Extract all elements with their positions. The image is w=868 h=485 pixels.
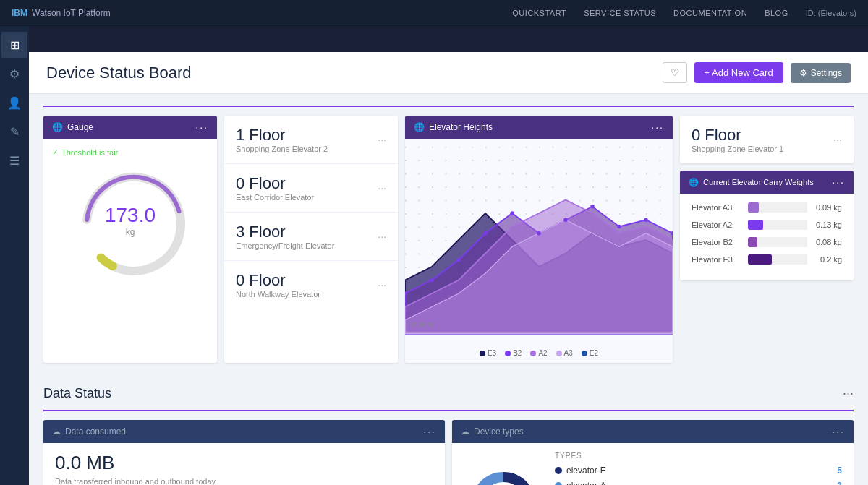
donut-chart: Total 20 devices (464, 465, 543, 486)
weight-bar-container-2 (748, 220, 807, 230)
legend-b2: B2 (505, 349, 522, 357)
chart-legend: E3 B2 A2 A3 (405, 343, 673, 363)
page-title: Device Status Board (46, 64, 192, 82)
elevator-heights-title: Elevator Heights (429, 122, 493, 132)
globe-icon-2: 🌐 (414, 122, 425, 132)
weight-label-3: Elevator B2 (692, 238, 742, 246)
data-section-divider (43, 410, 854, 411)
data-status-title: Data Status (43, 386, 111, 401)
data-grid: ☁ Data consumed ··· 0.0 MB Data transfer… (43, 420, 854, 485)
floor-item-2: 0 Floor East Corridor Elevator ··· (224, 164, 398, 213)
floor-menu-2[interactable]: ··· (378, 182, 386, 194)
weight-bar-container-1 (748, 202, 807, 213)
floor-menu-3[interactable]: ··· (378, 231, 386, 242)
floor-item-3: 3 Floor Emergency/Freight Elevator ··· (224, 213, 398, 261)
svg-point-10 (430, 278, 434, 283)
user-id: ID: (Elevators) (806, 9, 856, 17)
settings-button[interactable]: ⚙ Settings (791, 63, 851, 83)
svg-point-18 (644, 218, 648, 222)
gauge-card-menu[interactable]: ··· (195, 121, 208, 133)
nav-links: QUICKSTART SERVICE STATUS DOCUMENTATION … (512, 9, 856, 17)
weight-row-4: Elevator E3 0.2 kg (692, 254, 842, 265)
floor-subtitle-1: Shopping Zone Elevator 2 (236, 145, 328, 153)
nav-quickstart[interactable]: QUICKSTART (512, 9, 566, 17)
weight-bar-container-4 (748, 254, 807, 265)
types-list: TYPES elevator-E 5 elevator-A 3 (543, 452, 842, 485)
legend-e3: E3 (480, 349, 496, 357)
floor-title-1: 1 Floor (236, 126, 328, 145)
data-consumed-menu[interactable]: ··· (423, 426, 436, 437)
header-actions: ♡ + Add New Card ⚙ Settings (663, 62, 851, 83)
elevator-heights-menu[interactable]: ··· (651, 121, 664, 133)
floor-top-menu[interactable]: ··· (833, 134, 842, 145)
gauge-card: 🌐 Gauge ··· ✓ Threshold is fair (43, 116, 217, 363)
data-consumed-body: 0.0 MB Data transferred inbound and outb… (43, 443, 445, 485)
sidebar-users-icon[interactable]: 👤 (1, 90, 27, 116)
type-name-elevator-e: elevator-E (566, 465, 833, 476)
data-status-section: Data Status ··· ☁ Data consumed ··· 0.0 … (29, 374, 868, 485)
weight-label-2: Elevator A2 (692, 220, 742, 229)
carry-weights-header: 🌐 Current Elevator Carry Weights ··· (680, 171, 854, 194)
legend-a2: A2 (530, 349, 547, 357)
data-consumed-sub: Data transferred inbound and outbound to… (55, 477, 433, 485)
sidebar-menu-icon[interactable]: ☰ (1, 147, 27, 173)
data-status-menu[interactable]: ··· (843, 386, 854, 401)
floor-list-card: 1 Floor Shopping Zone Elevator 2 ··· 0 F… (224, 116, 398, 363)
floor-menu-4[interactable]: ··· (378, 279, 386, 291)
donut-section: Total 20 devices TYPES elevator-E 5 (452, 443, 854, 485)
weight-bar-container-3 (748, 237, 807, 247)
weight-row-2: Elevator A2 0.13 kg (692, 220, 842, 230)
nav-blog[interactable]: BLOG (765, 9, 788, 17)
device-status-section: 🌐 Gauge ··· ✓ Threshold is fair (29, 94, 868, 374)
sidebar: ⊞ ⚙ 👤 ✎ ☰ (0, 26, 29, 485)
add-card-button[interactable]: + Add New Card (694, 62, 783, 83)
type-dot-elevator-e (555, 467, 562, 474)
carry-weights-menu[interactable]: ··· (832, 176, 845, 188)
weight-value-4: 0.2 kg (813, 255, 842, 264)
carry-weights-card: 🌐 Current Elevator Carry Weights ··· Ele… (680, 171, 854, 280)
type-count-elevator-a: 3 (837, 481, 842, 485)
data-consumed-header: ☁ Data consumed ··· (43, 420, 445, 443)
brand: IBM Watson IoT Platform (12, 8, 111, 18)
svg-point-14 (537, 231, 541, 236)
gauge-title: Gauge (67, 122, 93, 132)
nav-documentation[interactable]: DOCUMENTATION (673, 9, 747, 17)
globe-icon-3: 🌐 (689, 178, 699, 187)
weight-label-1: Elevator A3 (692, 203, 742, 212)
sidebar-settings-icon[interactable]: ⚙ (1, 61, 27, 87)
sidebar-edit-icon[interactable]: ✎ (1, 119, 27, 145)
legend-e2: E2 (582, 349, 598, 357)
weights-body: Elevator A3 0.09 kg Elevator A2 0.13 k (680, 194, 854, 280)
device-types-card: ☁ Device types ··· (452, 420, 854, 485)
floor-title-3: 3 Floor (236, 223, 334, 241)
favorite-button[interactable]: ♡ (663, 62, 687, 83)
floor-menu-1[interactable]: ··· (378, 134, 386, 145)
svg-point-17 (617, 225, 621, 229)
device-types-header: ☁ Device types ··· (452, 420, 854, 443)
floor-item-4: 0 Floor North Walkway Elevator ··· (224, 261, 398, 309)
floor-title-2: 0 Floor (236, 174, 314, 193)
type-elevator-a: elevator-A 3 (555, 481, 842, 485)
floor-top-card: 0 Floor Shopping Zone Elevator 1 ··· (680, 116, 854, 163)
legend-a3: A3 (556, 349, 573, 357)
area-chart: 15:06:00 (405, 139, 673, 341)
data-consumed-value: 0.0 MB (55, 452, 433, 474)
weight-label-4: Elevator E3 (692, 255, 742, 264)
data-consumed-card: ☁ Data consumed ··· 0.0 MB Data transfer… (43, 420, 445, 485)
weight-row-3: Elevator B2 0.08 kg (692, 237, 842, 247)
svg-point-13 (510, 211, 514, 215)
device-cards-grid: 🌐 Gauge ··· ✓ Threshold is fair (43, 116, 854, 363)
device-types-menu[interactable]: ··· (832, 426, 845, 437)
elevator-heights-header: 🌐 Elevator Heights ··· (405, 116, 673, 139)
donut-svg (464, 465, 543, 486)
svg-point-12 (483, 231, 488, 236)
device-types-title: Device types (474, 426, 524, 437)
svg-point-11 (456, 258, 461, 262)
nav-service-status[interactable]: SERVICE STATUS (584, 9, 656, 17)
chart-body: 15:06:00 E3 B2 A2 (405, 139, 673, 363)
elevator-heights-card: 🌐 Elevator Heights ··· (405, 116, 673, 363)
floor-subtitle-3: Emergency/Freight Elevator (236, 241, 334, 250)
sidebar-home-icon[interactable]: ⊞ (1, 32, 27, 58)
floor-top-subtitle: Shopping Zone Elevator 1 (692, 145, 783, 153)
type-count-elevator-e: 5 (837, 465, 842, 476)
